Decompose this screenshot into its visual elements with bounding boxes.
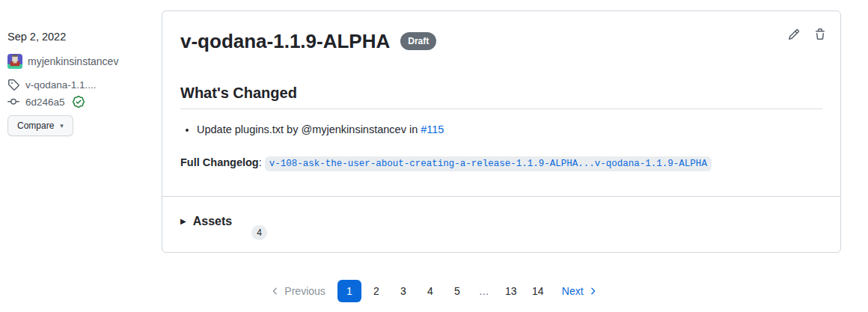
changes-list: Update plugins.txt by @myjenkinsinstance…: [180, 121, 822, 138]
release-date: Sep 2, 2022: [7, 30, 157, 43]
commit-sha[interactable]: 6d246a5: [25, 97, 65, 108]
change-item: Update plugins.txt by @myjenkinsinstance…: [197, 121, 822, 138]
full-changelog-label: Full Changelog: [180, 156, 259, 168]
change-item-connector: in: [406, 123, 421, 135]
edit-release-button[interactable]: [788, 28, 800, 40]
trash-icon: [814, 28, 826, 40]
full-changelog-separator: :: [259, 156, 265, 168]
page-2[interactable]: 2: [364, 280, 388, 302]
delete-release-button[interactable]: [814, 28, 826, 40]
page-5[interactable]: 5: [445, 280, 469, 302]
next-label: Next: [562, 285, 584, 297]
tag-name: v-qodana-1.1....: [25, 79, 97, 91]
whats-changed-heading: What's Changed: [180, 84, 822, 109]
author-name[interactable]: myjenkinsinstancev: [28, 55, 118, 67]
page-13[interactable]: 13: [499, 280, 523, 302]
commit-row: 6d246a5: [7, 96, 157, 108]
commit-icon: [7, 96, 19, 108]
pr-link[interactable]: #115: [421, 123, 444, 135]
compare-button[interactable]: Compare ▾: [7, 115, 73, 136]
card-header: v-qodana-1.1.9-ALPHA Draft: [180, 29, 822, 53]
tag-row: v-qodana-1.1....: [7, 79, 157, 91]
card-actions: [788, 28, 826, 40]
full-changelog-line: Full Changelog: v-108-ask-the-user-about…: [180, 153, 822, 174]
page-gap: …: [472, 280, 496, 302]
change-item-text: Update plugins.txt by: [197, 123, 301, 135]
pencil-icon: [788, 28, 800, 40]
previous-page-button: Previous: [270, 285, 325, 297]
previous-label: Previous: [284, 285, 325, 297]
chevron-right-icon: [587, 286, 598, 296]
release-sidebar: Sep 2, 2022 myjenkinsinstancev v-qodana-…: [7, 30, 157, 136]
triangle-right-icon: ▶: [180, 212, 186, 230]
chevron-down-icon: ▾: [60, 123, 64, 129]
draft-badge: Draft: [400, 32, 436, 50]
mention-link[interactable]: @myjenkinsinstancev: [301, 123, 406, 135]
page-3[interactable]: 3: [391, 280, 415, 302]
avatar-image: [7, 54, 22, 69]
next-page-button[interactable]: Next: [562, 285, 598, 297]
chevron-left-icon: [270, 286, 281, 296]
release-title: v-qodana-1.1.9-ALPHA: [180, 29, 390, 53]
assets-count-badge: 4: [251, 225, 267, 240]
author-row: myjenkinsinstancev: [7, 54, 157, 69]
avatar[interactable]: [7, 54, 22, 69]
page-14[interactable]: 14: [526, 280, 550, 302]
assets-toggle[interactable]: ▶ Assets 4: [162, 196, 840, 252]
changelog-compare-link[interactable]: v-108-ask-the-user-about-creating-a-rele…: [265, 156, 712, 171]
compare-button-label: Compare: [17, 120, 54, 131]
assets-label: Assets: [193, 212, 232, 230]
pagination: Previous 1 2 3 4 5 … 13 14 Next: [0, 280, 868, 302]
verified-check-icon[interactable]: [73, 96, 85, 108]
page-1[interactable]: 1: [337, 280, 361, 302]
release-card: v-qodana-1.1.9-ALPHA Draft What's Change…: [162, 10, 841, 253]
tag-icon: [7, 79, 19, 91]
page-4[interactable]: 4: [418, 280, 442, 302]
